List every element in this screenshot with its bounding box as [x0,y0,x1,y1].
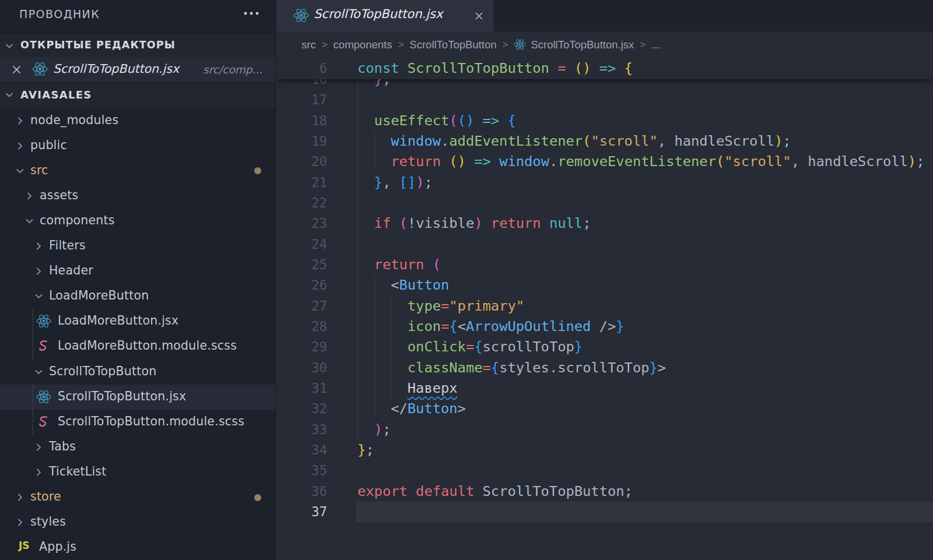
chevron-down-icon [3,89,15,103]
react-icon [293,8,309,26]
chevron-down-icon [33,290,45,305]
chevron-right-icon [33,265,45,280]
code-line-36: 36export default ScrollToTopButton; [276,481,933,502]
chevron-down-icon [14,165,26,179]
tree-folder-node_modules[interactable]: node_modules [0,108,276,133]
tree-folder-TicketList[interactable]: TicketList [0,460,276,485]
tree-folder-Filters[interactable]: Filters [0,234,276,259]
chevron-right-icon [33,240,45,255]
code-line-17: 17 [276,90,933,110]
tree-file-LoadMoreButton.jsx[interactable]: LoadMoreButton.jsx [0,309,276,334]
line-number: 33 [276,420,327,440]
breadcrumb-separator: > [398,39,404,51]
line-number: 28 [276,316,327,337]
code-line-33: 33 ); [276,420,933,440]
code-line-24: 24 [276,234,933,255]
react-icon [514,38,526,54]
tree-folder-ScrollToTopButton[interactable]: ScrollToTopButton [0,360,276,385]
tab-title: ScrollToTopButton.jsx [314,7,443,21]
editor-tab[interactable]: ScrollToTopButton.jsx [276,0,493,31]
close-icon[interactable] [10,64,23,78]
line-number: 26 [276,275,327,295]
line-number: 37 [276,502,327,522]
modified-dot-badge [254,494,261,501]
code-line-23: 23 if (!visible) return null; [276,213,933,234]
react-icon [32,61,48,79]
code-line-18: 18 useEffect(() => { [276,111,933,131]
section-project-root[interactable]: AVIASALES [0,82,276,108]
tree-folder-styles[interactable]: styles [0,510,276,535]
vscode-window: ПРОВОДНИК ОТКРЫТЫЕ РЕДАКТОРЫ ScrollToTop… [0,0,933,560]
tree-file-ScrollToTopButton.jsx[interactable]: ScrollToTopButton.jsx [0,385,276,410]
code-line-19: 19 window.addEventListener("scroll", han… [276,131,933,152]
tree-folder-assets[interactable]: assets [0,184,276,209]
tree-folder-components[interactable]: components [0,209,276,234]
tree-folder-LoadMoreButton[interactable]: LoadMoreButton [0,284,276,309]
line-number: 22 [276,193,327,213]
tab-close-icon[interactable] [473,10,485,24]
breadcrumb-item[interactable]: ... [651,38,660,51]
line-number: 21 [276,172,327,193]
open-editor-item[interactable]: ScrollToTopButton.jsx src/comp... [0,57,276,82]
breadcrumb-separator: > [640,39,646,51]
sass-icon [36,414,51,432]
code-line-21: 21 }, []); [276,172,933,193]
chevron-right-icon [14,115,26,129]
breadcrumb-item[interactable]: src [301,38,316,51]
more-actions-icon[interactable] [243,6,261,20]
breadcrumb-separator: > [322,39,328,51]
code-line-30: 30 className={styles.scrollToTop}> [276,358,933,378]
chevron-right-icon [14,140,26,154]
line-number: 31 [276,378,327,399]
line-number: 20 [276,152,327,172]
chevron-right-icon [23,190,36,205]
breadcrumb-item[interactable]: ScrollToTopButton.jsx [531,38,634,51]
chevron-right-icon [33,466,45,481]
section-open-editors[interactable]: ОТКРЫТЫЕ РЕДАКТОРЫ [0,33,276,57]
tree-folder-Header[interactable]: Header [0,259,276,284]
line-number: 23 [276,213,327,234]
chevron-down-icon [23,215,36,230]
tree-folder-public[interactable]: public [0,133,276,159]
tree-indent-guide [33,309,33,359]
code-line-34: 34}; [276,440,933,460]
line-number: 32 [276,399,327,419]
code-line-27: 27 type="primary" [276,296,933,316]
sass-icon [36,339,51,356]
tree-folder-Tabs[interactable]: Tabs [0,435,276,460]
code-line-22: 22 [276,193,933,213]
line-number: 17 [276,90,327,110]
code-editor[interactable]: 16 };1718 useEffect(() => {19 window.add… [276,58,933,560]
editor-area: ScrollToTopButton.jsx src>components>Scr… [276,0,933,560]
code-line-29: 29 onClick={scrollToTop} [276,337,933,357]
line-number: 29 [276,337,327,357]
tree-indent-guide [33,385,33,435]
code-line-35: 35 [276,460,933,481]
tree-file-App.js[interactable]: JSApp.js [0,535,276,560]
tree-file-LoadMoreButton.module.scss[interactable]: LoadMoreButton.module.scss [0,334,276,359]
open-editors-label: ОТКРЫТЫЕ РЕДАКТОРЫ [20,39,176,51]
tab-bar: ScrollToTopButton.jsx [276,0,933,31]
chevron-down-icon [3,40,15,54]
sticky-scroll-line[interactable]: 6const ScrollToTopButton = () => { [276,58,933,79]
line-number: 34 [276,440,327,460]
react-icon [36,314,51,331]
tree-file-ScrollToTopButton.module.scss[interactable]: ScrollToTopButton.module.scss [0,410,276,435]
line-number: 24 [276,234,327,255]
line-number: 35 [276,460,327,481]
tree-folder-src[interactable]: src [0,159,276,184]
code-line-32: 32 </Button> [276,399,933,419]
open-editor-filepath: src/comp... [203,64,276,76]
code-line-25: 25 return ( [276,255,933,275]
breadcrumb-item[interactable]: ScrollToTopButton [409,38,496,51]
line-number: 36 [276,481,327,502]
react-icon [36,389,51,407]
chevron-down-icon [33,366,45,381]
line-number: 30 [276,358,327,378]
line-number: 18 [276,111,327,131]
line-number: 19 [276,131,327,152]
breadcrumb-item[interactable]: components [334,38,392,51]
breadcrumb: src>components>ScrollToTopButton> Scroll… [276,31,933,58]
tree-folder-store[interactable]: store [0,485,276,510]
chevron-right-icon [14,516,26,531]
